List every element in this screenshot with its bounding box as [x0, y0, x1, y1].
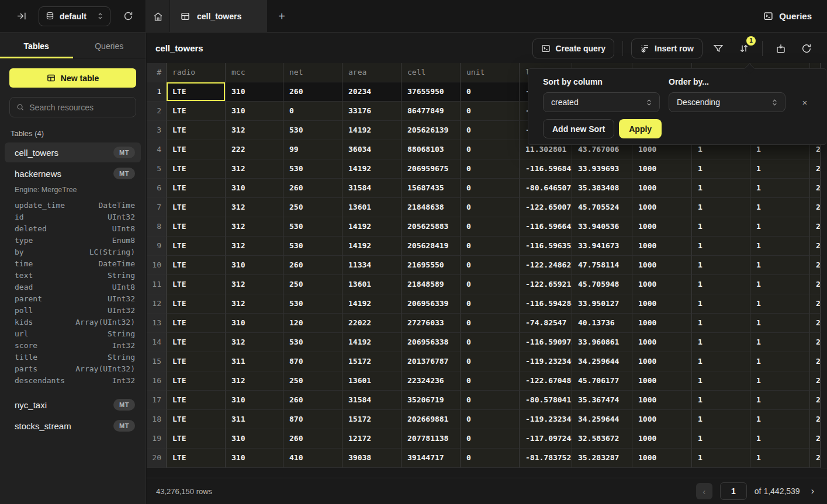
table-cell[interactable]: 86477849 — [402, 102, 461, 121]
table-cell[interactable]: 1000 — [632, 391, 692, 410]
table-cell[interactable]: 206956339 — [402, 294, 461, 314]
table-cell[interactable]: 1 — [750, 449, 810, 468]
row-number[interactable]: 13 — [147, 314, 167, 333]
table-cell[interactable]: 1 — [750, 198, 810, 217]
column-header-net[interactable]: net — [283, 63, 342, 82]
table-cell[interactable]: 312 — [226, 294, 283, 314]
table-cell[interactable]: 12172 — [342, 429, 402, 449]
table-cell[interactable]: 47.758114 — [572, 256, 632, 275]
table-cell[interactable]: 31584 — [342, 391, 402, 410]
table-cell[interactable]: 22324236 — [402, 371, 461, 391]
table-cell[interactable]: 20234 — [342, 82, 402, 102]
table-cell[interactable]: LTE — [167, 294, 226, 314]
table-cell[interactable]: -74.82547 — [520, 314, 572, 333]
table-cell[interactable]: 530 — [283, 294, 342, 314]
table-cell[interactable]: 1000 — [632, 256, 692, 275]
table-cell[interactable]: -116.596352 — [520, 237, 572, 256]
table-cell[interactable]: 2 — [810, 275, 821, 294]
table-cell[interactable]: 0 — [461, 314, 520, 333]
table-cell[interactable]: 1 — [750, 429, 810, 449]
sidebar-item-nyc_taxi[interactable]: nyc_taxiMT — [5, 395, 141, 415]
table-cell[interactable]: -116.590973 — [520, 333, 572, 352]
table-cell[interactable]: 870 — [283, 410, 342, 429]
row-number[interactable]: 19 — [147, 429, 167, 449]
column-header-area[interactable]: area — [342, 63, 402, 82]
table-cell[interactable]: 1 — [750, 294, 810, 314]
table-cell[interactable]: 33176 — [342, 102, 402, 121]
filter-button[interactable] — [708, 39, 728, 58]
table-cell[interactable]: 1 — [692, 352, 750, 371]
table-cell[interactable]: 39038 — [342, 449, 402, 468]
table-cell[interactable]: 32.583672 — [572, 429, 632, 449]
sidebar-tab-tables[interactable]: Tables — [0, 33, 73, 58]
table-cell[interactable]: 0 — [461, 140, 520, 159]
sidebar-item-cell_towers[interactable]: cell_towersMT — [5, 142, 141, 162]
table-cell[interactable]: 310 — [226, 429, 283, 449]
table-cell[interactable]: 310 — [226, 391, 283, 410]
table-cell[interactable]: -122.65921 — [520, 275, 572, 294]
table-cell[interactable]: 0 — [461, 352, 520, 371]
table-cell[interactable]: 33.941673 — [572, 237, 632, 256]
table-cell[interactable]: 13601 — [342, 275, 402, 294]
table-cell[interactable]: 0 — [461, 429, 520, 449]
table-cell[interactable]: 2 — [810, 410, 821, 429]
tab-cell-towers[interactable]: cell_towers — [170, 0, 267, 33]
table-cell[interactable]: 202669881 — [402, 410, 461, 429]
table-cell[interactable]: 0 — [461, 159, 520, 179]
database-selector[interactable]: default — [39, 6, 110, 26]
table-cell[interactable]: 33.950127 — [572, 294, 632, 314]
table-cell[interactable]: 260 — [283, 179, 342, 198]
refresh-table-button[interactable] — [797, 39, 816, 58]
row-number[interactable]: 10 — [147, 256, 167, 275]
table-cell[interactable]: 1 — [750, 333, 810, 352]
table-cell[interactable]: 1 — [750, 179, 810, 198]
table-cell[interactable]: 310 — [226, 449, 283, 468]
row-number[interactable]: 17 — [147, 391, 167, 410]
table-cell[interactable]: 0 — [461, 237, 520, 256]
table-cell[interactable]: 1000 — [632, 410, 692, 429]
table-cell[interactable]: 14192 — [342, 237, 402, 256]
table-cell[interactable]: 40.13736 — [572, 314, 632, 333]
table-cell[interactable]: 312 — [226, 121, 283, 140]
table-cell[interactable]: 2 — [810, 294, 821, 314]
table-cell[interactable]: 1 — [692, 256, 750, 275]
table-cell[interactable]: -116.596642 — [520, 217, 572, 237]
table-cell[interactable]: 33.960861 — [572, 333, 632, 352]
table-cell[interactable]: 1 — [750, 391, 810, 410]
table-cell[interactable]: 35.383408 — [572, 179, 632, 198]
row-number[interactable]: 12 — [147, 294, 167, 314]
table-cell[interactable]: 410 — [283, 449, 342, 468]
row-number[interactable]: 8 — [147, 217, 167, 237]
sort-column-select[interactable]: created — [543, 92, 660, 112]
table-cell[interactable]: 1000 — [632, 352, 692, 371]
row-number[interactable]: 14 — [147, 333, 167, 352]
reconnect-button[interactable] — [119, 7, 137, 26]
table-cell[interactable]: 1 — [750, 256, 810, 275]
table-cell[interactable]: 0 — [283, 102, 342, 121]
table-cell[interactable]: 39144717 — [402, 449, 461, 468]
table-cell[interactable]: 27276033 — [402, 314, 461, 333]
apply-sort-button[interactable]: Apply — [619, 119, 662, 138]
table-cell[interactable]: 21848638 — [402, 198, 461, 217]
table-cell[interactable]: 312 — [226, 371, 283, 391]
row-number[interactable]: 11 — [147, 275, 167, 294]
table-cell[interactable]: 0 — [461, 294, 520, 314]
table-cell[interactable]: 22022 — [342, 314, 402, 333]
table-cell[interactable]: 1 — [750, 159, 810, 179]
download-button[interactable] — [771, 39, 791, 58]
table-cell[interactable]: 1000 — [632, 449, 692, 468]
table-cell[interactable]: LTE — [167, 314, 226, 333]
prev-page-button[interactable]: ‹ — [696, 483, 712, 499]
table-cell[interactable]: LTE — [167, 102, 226, 121]
table-cell[interactable]: 15172 — [342, 410, 402, 429]
table-cell[interactable]: LTE — [167, 198, 226, 217]
table-cell[interactable]: 1000 — [632, 294, 692, 314]
table-cell[interactable]: 222 — [226, 140, 283, 159]
table-cell[interactable]: LTE — [167, 275, 226, 294]
row-number[interactable]: 3 — [147, 121, 167, 140]
table-cell[interactable]: 1000 — [632, 371, 692, 391]
table-cell[interactable]: 260 — [283, 82, 342, 102]
table-cell[interactable]: 1 — [692, 429, 750, 449]
table-cell[interactable]: 1 — [692, 275, 750, 294]
table-cell[interactable]: 312 — [226, 198, 283, 217]
